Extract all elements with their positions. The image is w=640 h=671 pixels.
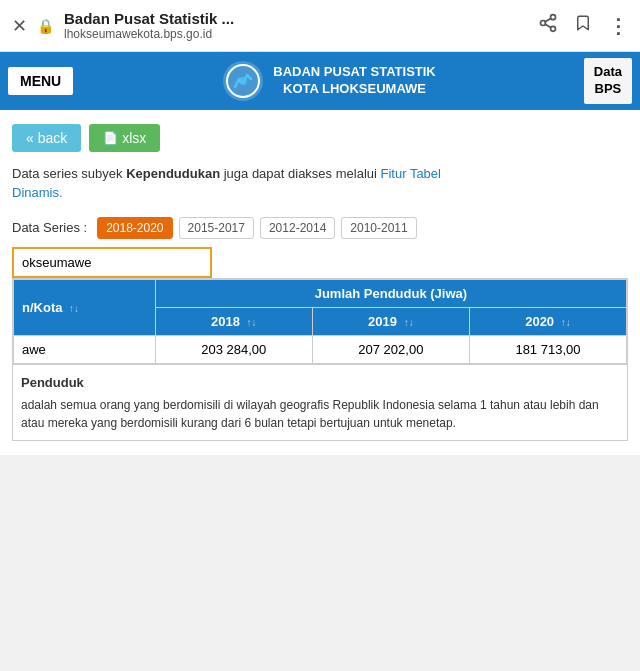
lock-icon: 🔒 [37, 18, 54, 34]
row-val-2018-0: 203 284,00 [155, 335, 312, 363]
bps-logo-icon [221, 59, 265, 103]
action-buttons: « back 📄 xlsx [12, 124, 628, 152]
col-year-2018: 2018 ↑↓ [155, 307, 312, 335]
row-val-2020-0: 181 713,00 [469, 335, 626, 363]
nav-bar: MENU BADAN PUSAT STATISTIK KOTA LHOKSEUM… [0, 52, 640, 110]
note-text: adalah semua orang yang berdomisili di w… [21, 396, 619, 432]
xlsx-icon: 📄 [103, 131, 118, 145]
data-series-row: Data Series : 2018-2020 2015-2017 2012-2… [12, 217, 628, 239]
main-content: « back 📄 xlsx Data series subyek Kependu… [0, 110, 640, 456]
search-input[interactable] [12, 247, 212, 278]
note-title: Penduduk [21, 373, 619, 393]
row-val-2019-0: 207 202,00 [312, 335, 469, 363]
logo-area: BADAN PUSAT STATISTIK KOTA LHOKSEUMAWE [81, 59, 576, 103]
sort-icon-2019[interactable]: ↑↓ [404, 317, 414, 328]
series-tag-2[interactable]: 2012-2014 [260, 217, 335, 239]
note-section: Penduduk adalah semua orang yang berdomi… [12, 365, 628, 442]
sort-icon-region[interactable]: ↑↓ [69, 303, 79, 314]
share-icon[interactable] [538, 13, 558, 38]
browser-chrome: ✕ 🔒 Badan Pusat Statistik ... lhokseumaw… [0, 0, 640, 52]
data-table: n/Kota ↑↓ Jumlah Penduduk (Jiwa) 2018 ↑↓… [13, 279, 627, 364]
back-button[interactable]: « back [12, 124, 81, 152]
svg-point-7 [239, 77, 247, 85]
close-icon[interactable]: ✕ [12, 15, 27, 37]
col-region-header: n/Kota ↑↓ [14, 279, 156, 335]
data-bps-button[interactable]: Data BPS [584, 58, 632, 104]
series-tag-3[interactable]: 2010-2011 [341, 217, 416, 239]
more-icon[interactable]: ⋮ [608, 14, 628, 38]
series-tag-0[interactable]: 2018-2020 [97, 217, 172, 239]
xlsx-button[interactable]: 📄 xlsx [89, 124, 160, 152]
col-year-2020: 2020 ↑↓ [469, 307, 626, 335]
svg-line-3 [545, 24, 551, 27]
site-title: Badan Pusat Statistik ... [64, 10, 528, 27]
data-table-wrapper: n/Kota ↑↓ Jumlah Penduduk (Jiwa) 2018 ↑↓… [12, 278, 628, 365]
logo-text: BADAN PUSAT STATISTIK KOTA LHOKSEUMAWE [273, 64, 436, 98]
row-region-0: awe [14, 335, 156, 363]
table-row: awe 203 284,00 207 202,00 181 713,00 [14, 335, 627, 363]
site-url: lhokseumawekota.bps.go.id [64, 27, 528, 41]
sort-icon-2020[interactable]: ↑↓ [561, 317, 571, 328]
col-main-header: Jumlah Penduduk (Jiwa) [155, 279, 626, 307]
info-text: Data series subyek Kependudukan juga dap… [12, 164, 628, 203]
bookmark-icon[interactable] [574, 13, 592, 38]
svg-line-4 [545, 18, 551, 21]
title-area: Badan Pusat Statistik ... lhokseumawekot… [64, 10, 528, 41]
browser-actions: ⋮ [538, 13, 628, 38]
data-series-label: Data Series : [12, 220, 87, 235]
dinamis-link[interactable]: Dinamis. [12, 185, 63, 200]
col-year-2019: 2019 ↑↓ [312, 307, 469, 335]
series-tag-1[interactable]: 2015-2017 [179, 217, 254, 239]
menu-button[interactable]: MENU [8, 67, 73, 95]
sort-icon-2018[interactable]: ↑↓ [247, 317, 257, 328]
fitur-tabel-link[interactable]: Fitur Tabel [381, 166, 441, 181]
